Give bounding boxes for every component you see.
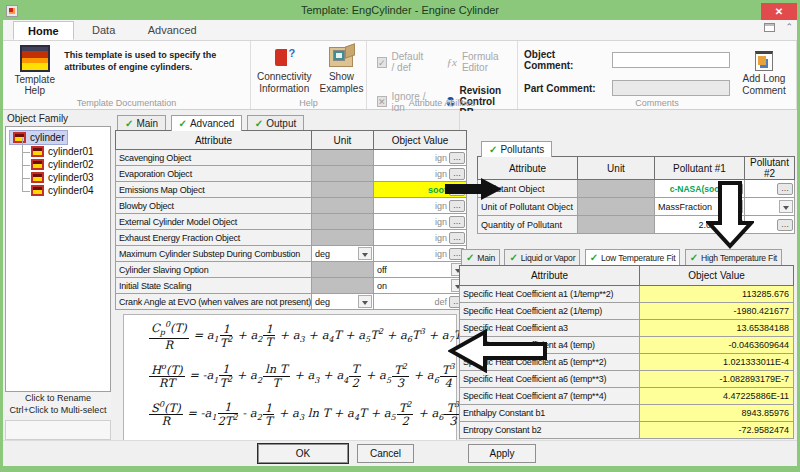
ellipsis-button[interactable]: … xyxy=(727,183,743,195)
value-cell[interactable]: -1.082893179E-7 xyxy=(640,371,794,388)
dropdown-icon[interactable] xyxy=(779,200,793,213)
tree-item-cylinder04[interactable]: cylinder04 xyxy=(17,184,97,197)
check-icon: ✓ xyxy=(179,118,187,129)
attribute-cell: Quantity of Pollutant xyxy=(478,216,578,234)
col-header-attribute: Attribute xyxy=(460,266,640,286)
template-help-button[interactable]: Template Help xyxy=(9,45,60,95)
value-cell-highlighted[interactable]: soot … xyxy=(374,182,467,198)
attribute-cell: Unit of Pollutant Object xyxy=(478,198,578,216)
check-icon: ✓ xyxy=(255,118,263,129)
attribute-cell: Specific Heat Coefficient a7 (temp**4) xyxy=(460,388,640,405)
pollutant1-value-cell[interactable]: 2.0E-5 … xyxy=(655,216,745,234)
unit-cell-dropdown[interactable]: deg xyxy=(312,294,374,310)
unit-cell xyxy=(312,262,374,278)
value-cell[interactable]: -72.9582474 xyxy=(640,422,794,439)
tab-main[interactable]: ✓ Main xyxy=(117,115,166,131)
tree-item-cylinder[interactable]: cylinder xyxy=(9,130,68,145)
collapse-ribbon-icon[interactable]: ⌃ xyxy=(785,23,793,32)
dropdown-icon[interactable] xyxy=(729,200,743,213)
ribbon-display-options-icon[interactable] xyxy=(764,23,775,32)
pollutant1-value-cell[interactable]: c-NASA(soot) … xyxy=(655,180,745,198)
value-cell[interactable]: ign … xyxy=(374,214,467,230)
dropdown-icon[interactable] xyxy=(358,247,372,260)
attribute-cell: Maximum Cylinder Substep During Combusti… xyxy=(116,246,312,262)
ellipsis-button[interactable]: … xyxy=(777,183,793,195)
value-cell[interactable]: -1980.421677 xyxy=(640,303,794,320)
object-comment-field[interactable] xyxy=(612,52,730,68)
tab-pollutants[interactable]: ✓ Pollutants xyxy=(481,141,552,157)
value-cell[interactable]: ign … xyxy=(374,230,467,246)
tree-item-cylinder01[interactable]: cylinder01 xyxy=(17,145,97,158)
attribute-cell: Cylinder Slaving Option xyxy=(116,262,312,278)
tab-fit-main[interactable]: ✓ Main xyxy=(461,249,500,265)
cylinder-icon xyxy=(31,146,44,157)
pollutant2-value-cell[interactable]: … xyxy=(745,216,795,234)
value-cell[interactable]: def … xyxy=(374,294,467,310)
value-cell[interactable]: ign … xyxy=(374,198,467,214)
center-tabs: ✓ Main ✓ Advanced ✓ Output xyxy=(117,113,304,131)
unit-cell xyxy=(312,166,374,182)
window-title: Template: EngCylinder - Engine Cylinder xyxy=(3,4,797,16)
tab-low-temperature-fit[interactable]: ✓ Low Temperature Fit xyxy=(585,249,681,265)
unit-cell xyxy=(312,182,374,198)
value-cell-dropdown[interactable]: off xyxy=(374,262,467,278)
apply-button[interactable]: Apply xyxy=(468,444,536,463)
value-cell[interactable]: 8943.85976 xyxy=(640,405,794,422)
tab-output[interactable]: ✓ Output xyxy=(247,115,304,131)
ellipsis-button[interactable]: … xyxy=(449,184,465,196)
ribbon-tab-home[interactable]: Home xyxy=(13,21,74,40)
check-icon: ✓ xyxy=(509,252,517,263)
group-label: Comments xyxy=(518,98,796,108)
value-cell[interactable]: ign … xyxy=(374,246,467,262)
tab-liquid-or-vapor[interactable]: ✓ Liquid or Vapor xyxy=(504,249,580,265)
ellipsis-button[interactable]: … xyxy=(777,219,793,231)
attribute-cell: Specific Heat Coefficient a5 (temp**2) xyxy=(460,354,640,371)
show-examples-button[interactable]: Show Examples xyxy=(319,47,363,95)
value-cell[interactable]: 4.47225886E-11 xyxy=(640,388,794,405)
value-cell[interactable]: 13.65384188 xyxy=(640,320,794,337)
checkbox-check-icon: ✓ xyxy=(377,57,387,68)
value-cell[interactable]: 1.021333011E-4 xyxy=(640,354,794,371)
pollutant1-value-cell-dropdown[interactable]: MassFraction xyxy=(655,198,745,216)
value-cell-dropdown[interactable]: on xyxy=(374,278,467,294)
ellipsis-button[interactable]: … xyxy=(449,152,465,164)
ribbon-tab-data[interactable]: Data xyxy=(78,21,129,38)
ellipsis-button[interactable]: … xyxy=(449,168,465,180)
connectivity-information-button[interactable]: ? Connectivity Information xyxy=(257,47,311,95)
object-family-header: Object Family xyxy=(5,111,113,125)
attribute-cell: Specific Heat Coefficient a2 (1/temp) xyxy=(460,303,640,320)
value-cell[interactable]: -0.0463609644 xyxy=(640,337,794,354)
tree-item-cylinder03[interactable]: cylinder03 xyxy=(17,171,97,184)
cylinder-icon xyxy=(31,172,44,183)
value-cell[interactable]: ign … xyxy=(374,150,467,166)
attribute-cell: Evaporation Object xyxy=(116,166,312,182)
tab-high-temperature-fit[interactable]: ✓ High Temperature Fit xyxy=(685,249,782,265)
cancel-button[interactable]: Cancel xyxy=(357,444,414,463)
ellipsis-button[interactable]: … xyxy=(449,216,465,228)
col-header-unit: Unit xyxy=(578,157,655,180)
close-button[interactable]: ✕ xyxy=(761,3,797,20)
default-def-toggle: ✓ Default / def xyxy=(377,51,429,73)
pollutant2-value-cell[interactable]: … xyxy=(745,180,795,198)
dropdown-icon[interactable] xyxy=(358,295,372,308)
ellipsis-button[interactable]: … xyxy=(449,232,465,244)
attribute-cell: Pollutant Object xyxy=(478,180,578,198)
value-cell[interactable]: ign … xyxy=(374,166,467,182)
col-header-pollutant1: Pollutant #1 xyxy=(655,157,745,180)
unit-cell-dropdown[interactable]: deg xyxy=(312,246,374,262)
value-cell[interactable]: 113285.676 xyxy=(640,286,794,303)
part-comment-field xyxy=(612,80,730,96)
add-long-comment-button[interactable]: Add Long Comment xyxy=(738,49,790,95)
left-status-box xyxy=(5,420,111,440)
ellipsis-button[interactable]: … xyxy=(449,200,465,212)
ribbon-tab-advanced[interactable]: Advanced xyxy=(134,21,211,38)
ok-button[interactable]: OK xyxy=(258,444,348,463)
unit-cell xyxy=(312,230,374,246)
pollutant2-value-cell-dropdown[interactable] xyxy=(745,198,795,216)
cylinder-icon xyxy=(13,132,26,143)
tree-item-cylinder02[interactable]: cylinder02 xyxy=(17,158,97,171)
cylinder-icon xyxy=(31,159,44,170)
group-label: Attribute Abilities xyxy=(367,98,517,108)
ellipsis-button[interactable]: … xyxy=(727,219,743,231)
tab-advanced[interactable]: ✓ Advanced xyxy=(171,115,243,131)
